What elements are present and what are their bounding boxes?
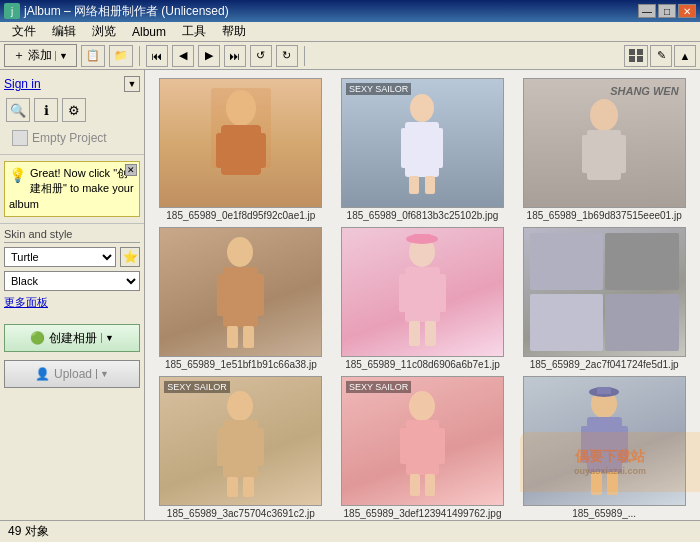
toolbar-btn-prev[interactable]: ◀: [172, 45, 194, 67]
svg-point-15: [227, 237, 253, 267]
toolbar-btn-folder[interactable]: 📁: [109, 45, 133, 67]
svg-rect-22: [405, 267, 440, 322]
close-button[interactable]: ✕: [678, 4, 696, 18]
svg-rect-34: [243, 477, 254, 497]
add-dropdown-icon[interactable]: ▼: [55, 51, 68, 61]
create-album-label: 创建相册: [49, 330, 97, 347]
photo-filename: 185_65989_3def123941499762.jpg: [344, 508, 502, 519]
svg-rect-13: [582, 135, 593, 173]
list-item[interactable]: SEXY SAILOR 185_65989_0f6813b3c25102b.jp…: [335, 78, 511, 221]
skin-section-label: Skin and style: [4, 228, 140, 243]
create-icon: 🟢: [30, 331, 45, 345]
status-count: 49 对象: [8, 523, 49, 540]
svg-rect-10: [425, 176, 435, 194]
menu-edit[interactable]: 编辑: [44, 21, 84, 42]
photo-thumb: [341, 227, 504, 357]
sidebar-icons: 🔍 ℹ ⚙: [4, 94, 140, 126]
photo-filename: 185_65989_1e51bf1b91c66a38.jp: [165, 359, 317, 370]
info-icon-btn[interactable]: ℹ: [34, 98, 58, 122]
grid-icon: [629, 49, 643, 63]
list-item[interactable]: 185_65989_1e51bf1b91c66a38.jp: [153, 227, 329, 370]
window-controls: — □ ✕: [638, 4, 696, 18]
project-icon: [12, 130, 28, 146]
list-item[interactable]: SEXY SAILOR 185_65989_3ac75704c3691c2.jp: [153, 376, 329, 519]
add-button[interactable]: ＋ 添加 ▼: [4, 44, 77, 67]
skin-settings-btn[interactable]: ⭐: [120, 247, 140, 267]
separator-1: [139, 46, 140, 66]
svg-rect-30: [223, 420, 258, 478]
style-select[interactable]: Black: [4, 271, 140, 291]
svg-rect-3: [216, 133, 228, 168]
photo-thumb: SEXY SAILOR: [341, 78, 504, 208]
upload-icon: 👤: [35, 367, 50, 381]
main-layout: Sign in ▼ 🔍 ℹ ⚙ Empty Project ✕ 💡 Great!…: [0, 70, 700, 520]
svg-rect-17: [217, 274, 228, 316]
photo-filename: 185_65989_3ac75704c3691c2.jp: [167, 508, 315, 519]
svg-rect-14: [615, 135, 626, 173]
svg-rect-25: [409, 321, 420, 346]
photo-thumb: SEXY SAILOR: [159, 376, 322, 506]
toolbar-btn-next[interactable]: ▶: [198, 45, 220, 67]
svg-point-29: [227, 391, 253, 421]
sign-in-link[interactable]: Sign in: [4, 77, 41, 91]
photo-thumb: SHANG WEN: [523, 78, 686, 208]
photo-thumb: [159, 78, 322, 208]
menu-album[interactable]: Album: [124, 23, 174, 41]
create-album-dropdown-icon[interactable]: ▼: [101, 333, 114, 343]
list-item[interactable]: SHANG WEN 185_65989_1b69d837515eee01.jp: [516, 78, 692, 221]
skin-select[interactable]: Turtle: [4, 247, 116, 267]
list-item[interactable]: SEXY SAILOR 185_65989_3def123941499762.j…: [335, 376, 511, 519]
svg-rect-40: [425, 474, 435, 496]
svg-point-35: [409, 391, 435, 421]
skin-style-section: Skin and style Turtle ⭐ Black 更多面板: [0, 223, 144, 320]
add-icon: ＋: [13, 47, 25, 64]
settings-icon-btn[interactable]: ⚙: [62, 98, 86, 122]
toolbar-btn-rotate-cw[interactable]: ↻: [276, 45, 298, 67]
profile-dropdown[interactable]: ▼: [124, 76, 140, 92]
menu-bar: 文件 编辑 浏览 Album 工具 帮助: [0, 22, 700, 42]
toolbar-btn-next-end[interactable]: ⏭: [224, 45, 246, 67]
upload-dropdown-icon[interactable]: ▼: [96, 369, 109, 379]
list-item[interactable]: 185_65989_0e1f8d95f92c0ae1.jp: [153, 78, 329, 221]
list-item[interactable]: 185_65989_11c08d6906a6b7e1.jp: [335, 227, 511, 370]
upload-label: Upload: [54, 367, 92, 381]
toolbar-btn-rotate-ccw[interactable]: ↺: [250, 45, 272, 67]
svg-point-11: [590, 99, 618, 131]
menu-help[interactable]: 帮助: [214, 21, 254, 42]
more-skins-link[interactable]: 更多面板: [4, 295, 140, 310]
tip-text: Great! Now click "创建相册" to make your alb…: [9, 167, 134, 210]
toolbar-btn-edit[interactable]: ✎: [650, 45, 672, 67]
svg-rect-38: [434, 428, 445, 464]
minimize-button[interactable]: —: [638, 4, 656, 18]
tip-close-button[interactable]: ✕: [125, 164, 137, 176]
toolbar-btn-prev-start[interactable]: ⏮: [146, 45, 168, 67]
window-title: jAlbum – 网络相册制作者 (Unlicensed): [24, 3, 229, 20]
photo-filename: 185_65989_...: [572, 508, 636, 519]
photo-filename: 185_65989_1b69d837515eee01.jp: [527, 210, 682, 221]
toolbar: ＋ 添加 ▼ 📋 📁 ⏮ ◀ ▶ ⏭ ↺ ↻ ✎ ▲: [0, 42, 700, 70]
photo-filename: 185_65989_0f6813b3c25102b.jpg: [347, 210, 499, 221]
watermark: 偶要下载站 ouyaoxiazai.com: [520, 432, 700, 492]
create-album-button[interactable]: 🟢 创建相册 ▼: [4, 324, 140, 352]
maximize-button[interactable]: □: [658, 4, 676, 18]
svg-point-5: [410, 94, 434, 122]
menu-view[interactable]: 浏览: [84, 21, 124, 42]
svg-rect-23: [399, 274, 410, 312]
toolbar-scrollbar-up[interactable]: ▲: [674, 45, 696, 67]
menu-file[interactable]: 文件: [4, 21, 44, 42]
svg-rect-28: [413, 234, 431, 242]
upload-button[interactable]: 👤 Upload ▼: [4, 360, 140, 388]
search-icon-btn[interactable]: 🔍: [6, 98, 30, 122]
svg-rect-39: [410, 474, 420, 496]
content-area[interactable]: 185_65989_0e1f8d95f92c0ae1.jp SEXY SAILO…: [145, 70, 700, 520]
toolbar-btn-copy[interactable]: 📋: [81, 45, 105, 67]
svg-rect-19: [227, 326, 238, 348]
style-row: Black: [4, 271, 140, 291]
toolbar-btn-grid-view[interactable]: [624, 45, 648, 67]
list-item[interactable]: 185_65989_2ac7f041724fe5d1.jp: [516, 227, 692, 370]
sidebar: Sign in ▼ 🔍 ℹ ⚙ Empty Project ✕ 💡 Great!…: [0, 70, 145, 520]
menu-tools[interactable]: 工具: [174, 21, 214, 42]
skin-row: Turtle ⭐: [4, 247, 140, 267]
title-bar: j jAlbum – 网络相册制作者 (Unlicensed) — □ ✕: [0, 0, 700, 22]
svg-point-1: [226, 90, 256, 126]
